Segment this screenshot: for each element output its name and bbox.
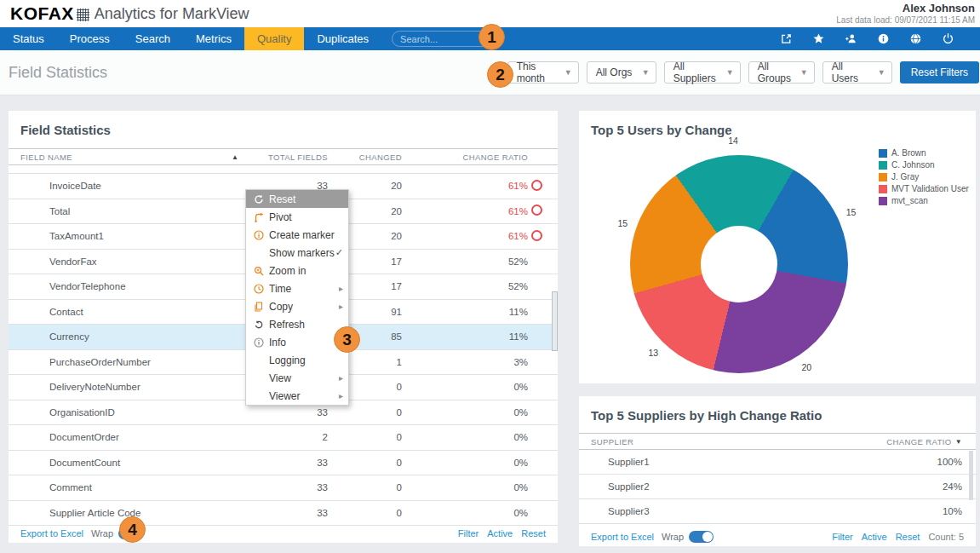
reset-icon [252,194,265,204]
submenu-arrow-icon: ▸ [339,373,343,383]
count-label: Count: [928,532,955,542]
submenu-arrow-icon: ▸ [339,302,343,311]
tab-quality[interactable]: Quality [244,27,304,50]
nav-tabs: StatusProcessSearchMetricsQualityDuplica… [0,27,381,50]
tab-process[interactable]: Process [57,27,123,50]
donut-chart-area: A. BrownC. JohnsonJ. GrayMVT Validation … [579,136,976,383]
table-row-supplier-article-code[interactable]: Supplier Article Code3300% [9,501,558,527]
filter-link[interactable]: Filter [458,528,479,539]
filter-dropdown-all-orgs[interactable]: All Orgs▼ [587,61,656,84]
suppliers-footer: Export to Excel Wrap Filter Active Reset… [579,527,976,546]
alert-circle-icon [531,204,542,216]
suppliers-wrap-toggle[interactable] [689,531,714,543]
menu-item-zoom-in[interactable]: Zoom in [246,262,348,279]
tab-search[interactable]: Search [123,27,183,50]
table-scrollbar[interactable] [552,291,558,351]
menu-item-label: Copy [269,301,293,313]
filter-dropdown-all-suppliers[interactable]: All Suppliers▼ [664,61,741,84]
legend-item-j-gray[interactable]: J. Gray [879,172,969,181]
menu-item-info[interactable]: Info [246,333,348,351]
tab-status[interactable]: Status [0,27,57,50]
table-row-documentorder[interactable]: DocumentOrder200% [9,425,558,451]
menu-item-viewer[interactable]: Viewer▸ [246,387,348,405]
slice-value-label: 15 [846,207,857,217]
legend-label: mvt_scan [891,196,928,205]
dropdown-value: All Users [832,60,871,84]
menu-item-label: Viewer [269,390,300,402]
top-suppliers-title: Top 5 Suppliers by High Change Ratio [579,396,976,423]
chevron-down-icon: ▼ [565,68,572,77]
callout-badge-3: 3 [334,326,360,353]
sort-asc-icon[interactable]: ▲ [232,153,238,161]
chart-legend: A. BrownC. JohnsonJ. GrayMVT Validation … [879,148,969,208]
context-menu: ResetPivotCreate markerShow markers✓Zoom… [245,189,349,406]
suppliers-reset-link[interactable]: Reset [896,532,920,542]
app-window: KOFAX Analytics for MarkView Alex Johnso… [0,0,980,553]
suppliers-scrollbar[interactable] [969,451,973,500]
suppliers-active-link[interactable]: Active [862,532,887,542]
alert-circle-icon [531,180,542,191]
slice-value-label: 13 [648,348,658,358]
menu-item-time[interactable]: Time▸ [246,279,348,297]
alert-circle-icon [531,230,542,241]
legend-label: J. Gray [891,172,919,181]
col-field-name[interactable]: FIELD NAME [20,153,251,162]
menu-item-view[interactable]: View▸ [246,369,348,387]
chevron-down-icon: ▼ [878,68,885,77]
legend-item-c-johnson[interactable]: C. Johnson [879,160,969,170]
menu-item-copy[interactable]: Copy▸ [246,297,348,315]
menu-item-show-markers[interactable]: Show markers✓ [246,244,348,262]
supplier-row-supplier3[interactable]: Supplier310% [579,499,976,524]
menu-item-label: Refresh [269,319,305,331]
top-suppliers-panel: Top 5 Suppliers by High Change Ratio SUP… [579,396,976,546]
menu-item-label: Time [269,283,291,295]
menu-item-pivot[interactable]: Pivot [246,208,348,226]
suppliers-export-link[interactable]: Export to Excel [591,532,654,542]
sort-desc-icon: ▼ [955,438,962,446]
table-row-documentcount[interactable]: DocumentCount3300% [9,451,558,476]
menu-item-refresh[interactable]: Refresh [246,315,348,333]
legend-label: C. Johnson [891,160,935,170]
info-icon[interactable] [877,32,890,45]
donut-chart[interactable] [630,155,848,373]
col-total-fields[interactable]: TOTAL FIELDS [251,153,328,162]
filter-dropdown-this-month[interactable]: This month▼ [507,61,579,84]
export-to-excel-link[interactable]: Export to Excel [20,528,83,539]
table-row-comment[interactable]: Comment3300% [9,475,558,501]
col-supplier[interactable]: SUPPLIER [591,437,633,446]
legend-item-mvt-validation-user[interactable]: MVT Validation User [879,184,969,193]
reset-filters-button[interactable]: Reset Filters [900,61,979,84]
last-data-load: Last data load: 09/07/2021 11:15 AM [836,15,975,25]
user-add-icon[interactable] [845,32,857,45]
legend-item-a-brown[interactable]: A. Brown [879,148,969,158]
callout-badge-4: 4 [119,516,146,543]
filter-dropdown-all-groups[interactable]: All Groups▼ [748,61,815,84]
suppliers-wrap-label: Wrap [662,532,684,542]
slice-value-label: 15 [617,218,628,228]
globe-icon[interactable] [909,32,922,45]
power-icon[interactable] [942,32,954,45]
legend-swatch [879,149,887,158]
col-change-ratio[interactable]: CHANGE RATIO [402,153,528,162]
suppliers-filter-link[interactable]: Filter [832,532,852,542]
legend-item-mvt-scan[interactable]: mvt_scan [879,196,969,205]
active-link[interactable]: Active [487,528,513,539]
col-supplier-change-ratio[interactable]: CHANGE RATIO▼ [886,437,962,446]
tab-metrics[interactable]: Metrics [183,27,244,50]
menu-item-create-marker[interactable]: Create marker [246,226,348,244]
filter-controls: This month▼All Orgs▼All Suppliers▼All Gr… [507,61,980,84]
supplier-row-supplier2[interactable]: Supplier224% [579,475,976,499]
col-changed[interactable]: CHANGED [328,153,402,162]
supplier-row-supplier1[interactable]: Supplier1100% [579,450,976,475]
tab-duplicates[interactable]: Duplicates [304,27,381,50]
search-input[interactable] [400,34,486,44]
brand: KOFAX Analytics for MarkView [10,3,249,24]
legend-swatch [879,161,887,170]
reset-link[interactable]: Reset [521,528,546,539]
menu-item-label: Reset [269,193,295,205]
filter-dropdown-all-users[interactable]: All Users▼ [822,61,892,84]
favorites-star-icon[interactable] [812,32,825,45]
menu-item-reset[interactable]: Reset [246,190,348,208]
menu-item-logging[interactable]: Logging [246,351,348,369]
external-link-icon[interactable] [780,32,793,45]
